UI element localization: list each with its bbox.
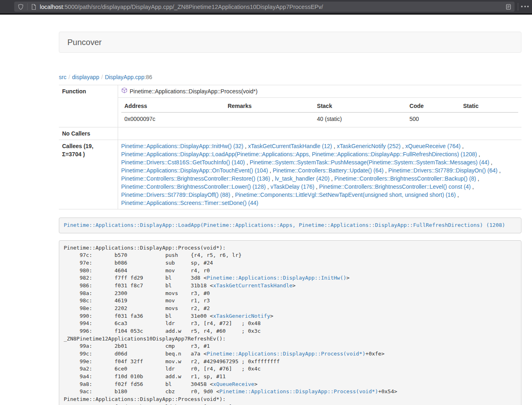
- cell-remarks: [224, 112, 314, 125]
- asm-text: 99a: 2b01 cmp r3, #1: [64, 343, 210, 349]
- cell-static: [460, 112, 518, 125]
- callee-link[interactable]: Pinetime::Controllers::BrightnessControl…: [319, 183, 470, 190]
- asm-text: 996: f104 053c add.w r5, r4, #60 ; 0x3c: [64, 328, 261, 334]
- callee-separator: ,: [230, 192, 235, 198]
- function-name: Pinetime::Applications::DisplayApp::Proc…: [130, 87, 258, 95]
- callee-separator: ,: [383, 167, 388, 174]
- function-name-cell: Pinetime::Applications::DisplayApp::Proc…: [121, 87, 258, 95]
- asm-text: 9a8: f02f fd56 bl 30458 <: [64, 381, 213, 387]
- callee-link[interactable]: Pinetime::Controllers::BrightnessControl…: [121, 175, 270, 182]
- callee-link[interactable]: xQueueReceive (764): [405, 143, 461, 149]
- reader-mode-icon[interactable]: [506, 4, 511, 10]
- breadcrumb-separator: /: [67, 74, 72, 80]
- asm-text: Pinetime::Applications::DisplayApp::Proc…: [64, 396, 226, 402]
- callee-link[interactable]: Pinetime::Applications::DisplayApp::OnTo…: [121, 167, 268, 174]
- callee-separator: ,: [401, 143, 405, 149]
- asm-text: 9ac: b180 cbz r0, 9d0 <: [64, 388, 220, 394]
- callee-link[interactable]: Pinetime::Controllers::BrightnessControl…: [121, 183, 266, 190]
- column-header-stack: Stack: [314, 100, 406, 112]
- cell-stack: 40 (static): [314, 112, 406, 125]
- urlbar-divider: [27, 3, 28, 10]
- callee-link[interactable]: Pinetime::Applications::Screens::Timer::…: [121, 200, 258, 206]
- asm-text: 986: f031 f8c7 bl 31b18 <: [64, 282, 213, 289]
- asm-text: 97c: b570 push {r4, r5, r6, lr}: [64, 252, 241, 258]
- callee-separator: ,: [476, 175, 479, 182]
- cell-code: 500: [406, 112, 460, 125]
- asm-text: 9a4: f10d 010b add.w r1, sp, #11: [64, 373, 226, 379]
- callee-link[interactable]: Pinetime::Applications::DisplayApp::Load…: [121, 151, 477, 157]
- breadcrumb: src/displayapp/DisplayApp.cpp:86: [59, 73, 521, 81]
- callee-link[interactable]: Pinetime::Controllers::Battery::Update()…: [273, 167, 383, 174]
- asm-text: +0x54>: [378, 388, 397, 394]
- callee-separator: ,: [461, 143, 464, 149]
- callee-separator: ,: [330, 175, 334, 182]
- asm-text: 97e: b086 sub sp, #24: [64, 260, 213, 266]
- breadcrumb-separator: /: [99, 74, 105, 80]
- cube-icon: [121, 87, 127, 95]
- callee-link[interactable]: Pinetime::Drivers::Cst816S::GetTouchInfo…: [121, 159, 245, 166]
- no-callers-label: No Callers: [59, 127, 118, 140]
- address-bar[interactable]: localhost:5000/path/src/displayapp/Displ…: [14, 2, 515, 12]
- column-header-static: Static: [460, 100, 518, 112]
- column-header-address: Address: [121, 100, 224, 112]
- highlighted-callee-link[interactable]: Pinetime::Applications::DisplayApp::Load…: [64, 222, 505, 228]
- url-text[interactable]: localhost:5000/path/src/displayapp/Displ…: [40, 4, 506, 10]
- breadcrumb-link-displayapp[interactable]: displayapp: [72, 74, 99, 80]
- callee-separator: ,: [314, 183, 319, 190]
- callees-label: Callees (19, Σ=3704 ): [59, 140, 118, 209]
- shield-icon[interactable]: [17, 4, 24, 10]
- table-row: 0x0000097c 40 (static) 500: [121, 112, 519, 125]
- callee-separator: ,: [245, 159, 250, 166]
- asm-symbol-link[interactable]: Pinetime::Applications::DisplayApp::Init…: [207, 275, 346, 281]
- function-table: Function Pinetime::Applications::Display…: [59, 85, 521, 209]
- asm-text: 990: f031 fa36 bl 31e00 <: [64, 313, 213, 319]
- asm-text: 9a2: 6ce0 ldr r0, [r4, #76] ; 0x4c: [64, 366, 261, 372]
- highlighted-callee-box: Pinetime::Applications::DisplayApp::Load…: [59, 218, 521, 233]
- callee-link[interactable]: Pinetime::System::SystemTask::PushMessag…: [250, 159, 489, 166]
- asm-text: 982: f7ff fd29 bl 3d8 <: [64, 275, 207, 281]
- asm-text: 99c: d06d beq.n a7a <: [64, 351, 207, 357]
- callee-separator: ,: [332, 143, 337, 149]
- asm-text: _ZN8Pinetime12Applications10DisplayApp7R…: [64, 336, 226, 342]
- callee-link[interactable]: Pinetime::Controllers::BrightnessControl…: [334, 175, 476, 182]
- asm-text: >: [254, 381, 258, 387]
- asm-text: 98e: 2202 movs r2, #2: [64, 305, 210, 311]
- asm-text: 994: 6ca3 ldr r3, [r4, #72] ; 0x48: [64, 320, 261, 326]
- asm-symbol-link[interactable]: Pinetime::Applications::DisplayApp::Proc…: [207, 351, 365, 357]
- callee-separator: ,: [270, 175, 275, 182]
- callee-link[interactable]: Pinetime::Drivers::St7789::DisplayOn() (…: [388, 167, 498, 174]
- asm-symbol-link[interactable]: Pinetime::Applications::DisplayApp::Proc…: [220, 388, 378, 394]
- callee-separator: ,: [268, 167, 273, 174]
- column-header-code: Code: [406, 100, 460, 112]
- asm-text: 98a: 2300 movs r3, #0: [64, 290, 210, 296]
- callee-link[interactable]: lv_task_handler (420): [275, 175, 330, 182]
- page-content: Puncover src/displayapp/DisplayApp.cpp:8…: [59, 32, 521, 405]
- asm-text: >: [347, 275, 350, 281]
- table-row: Callees (19, Σ=3704 ) Pinetime::Applicat…: [59, 140, 521, 209]
- callee-link[interactable]: Pinetime::Applications::DisplayApp::Init…: [121, 143, 243, 149]
- callee-separator: ,: [243, 143, 248, 149]
- table-row: No Callers: [59, 127, 521, 140]
- no-callers-cell: [118, 127, 521, 140]
- column-header-remarks: Remarks: [224, 100, 314, 112]
- asm-symbol-link[interactable]: xTaskGetCurrentTaskHandle: [213, 282, 293, 289]
- asm-text: +0xfe>: [366, 351, 385, 357]
- asm-text: 98c: 4619 mov r1, r3: [64, 297, 210, 304]
- callee-separator: ,: [456, 192, 459, 198]
- page-icon[interactable]: [31, 4, 37, 10]
- asm-text: Pinetime::Applications::DisplayApp::Proc…: [64, 245, 226, 251]
- callee-link[interactable]: Pinetime::Drivers::St7789::DisplayOff() …: [121, 192, 230, 198]
- callee-link[interactable]: xTaskGenericNotify (252): [337, 143, 401, 149]
- callee-separator: ,: [266, 183, 271, 190]
- asm-text: >: [270, 313, 274, 319]
- callee-link[interactable]: vTaskDelay (176): [271, 183, 314, 190]
- asm-text: 99e: f04f 32ff mov.w r2, #4294967295 ; 0…: [64, 358, 280, 364]
- breadcrumb-link-src[interactable]: src: [59, 74, 67, 80]
- more-menu-icon[interactable]: [521, 6, 529, 7]
- asm-symbol-link[interactable]: xQueueReceive: [213, 381, 254, 387]
- asm-symbol-link[interactable]: xTaskGenericNotify: [213, 313, 270, 319]
- callee-link[interactable]: Pinetime::Components::LittleVgl::SetNewT…: [235, 192, 456, 198]
- table-row: Function Pinetime::Applications::Display…: [59, 85, 521, 98]
- callee-link[interactable]: xTaskGetCurrentTaskHandle (12): [248, 143, 332, 149]
- breadcrumb-link-file[interactable]: DisplayApp.cpp: [105, 74, 144, 80]
